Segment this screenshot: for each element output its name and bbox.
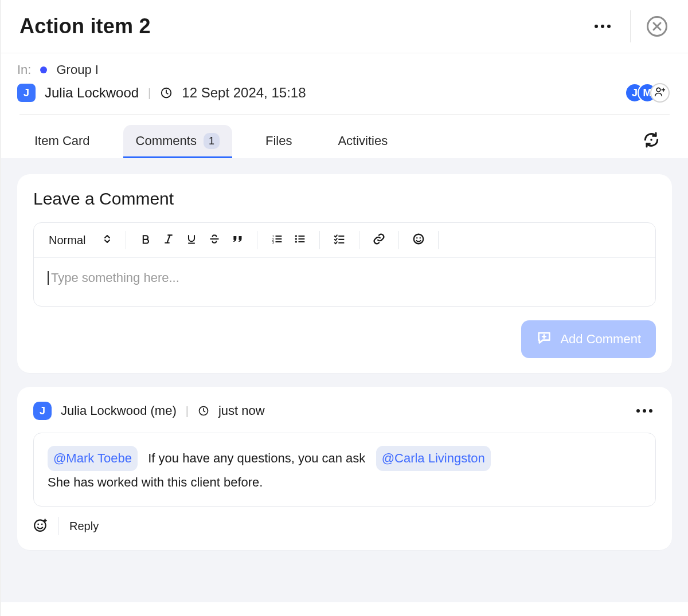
mention[interactable]: @Mark Toebe <box>48 446 138 471</box>
comment-body: @Mark Toebe If you have any questions, y… <box>33 433 656 507</box>
bold-button[interactable] <box>136 231 155 249</box>
tabs: Item Card Comments 1 Files Activities <box>22 125 400 157</box>
meta-section: In: Group I J Julia Lockwood | 12 Sept 2… <box>1 53 688 106</box>
clock-icon <box>160 87 173 99</box>
comment-card: J Julia Lockwood (me) | just now <box>17 387 672 550</box>
close-button[interactable] <box>647 16 667 37</box>
format-select[interactable]: Normal <box>44 232 115 249</box>
toolbar-separator <box>319 231 320 249</box>
author-name: Julia Lockwood <box>45 85 139 101</box>
underline-button[interactable] <box>182 231 201 249</box>
meta-separator: | <box>186 405 189 418</box>
compose-card: Leave a Comment Normal <box>17 174 672 373</box>
page-title: Action item 2 <box>19 14 151 38</box>
group-name[interactable]: Group I <box>56 62 98 77</box>
toolbar-separator <box>359 231 359 249</box>
svg-line-7 <box>167 235 170 242</box>
created-timestamp: 12 Sept 2024, 15:18 <box>182 85 306 101</box>
smiley-plus-icon <box>33 517 48 535</box>
compose-actions: Add Comment <box>33 320 656 358</box>
svg-point-27 <box>420 237 421 238</box>
tab-comments[interactable]: Comments 1 <box>123 125 232 157</box>
svg-point-30 <box>37 523 39 525</box>
comment-actions: Reply <box>33 517 656 535</box>
italic-button[interactable] <box>159 231 178 249</box>
tab-label: Item Card <box>34 134 90 148</box>
tab-files[interactable]: Files <box>253 125 304 156</box>
add-assignee-button[interactable] <box>650 83 670 103</box>
toolbar-separator <box>398 231 399 249</box>
in-label: In: <box>17 62 31 77</box>
tabs-row: Item Card Comments 1 Files Activities <box>1 115 688 157</box>
more-menu-button[interactable] <box>591 21 614 32</box>
divider <box>630 10 631 42</box>
divider <box>58 517 59 535</box>
comment-author-avatar[interactable]: J <box>33 402 52 420</box>
refresh-icon <box>642 131 660 151</box>
link-button[interactable] <box>370 231 388 249</box>
svg-point-26 <box>417 237 418 238</box>
add-comment-button[interactable]: Add Comment <box>521 320 656 358</box>
svg-point-29 <box>34 520 45 531</box>
close-icon <box>652 21 662 32</box>
comments-count-badge: 1 <box>204 133 220 149</box>
compose-title: Leave a Comment <box>33 189 656 209</box>
comment-meta: J Julia Lockwood (me) | just now <box>33 402 265 420</box>
react-button[interactable] <box>33 517 48 535</box>
refresh-button[interactable] <box>640 130 663 152</box>
clock-icon <box>198 405 209 417</box>
header: Action item 2 <box>1 0 688 53</box>
ordered-list-button[interactable]: 123 <box>268 231 286 249</box>
tab-item-card[interactable]: Item Card <box>22 125 103 156</box>
comment-text-segment: If you have any questions, you can ask <box>148 451 365 465</box>
header-actions <box>591 10 667 42</box>
meta-row2: J Julia Lockwood | 12 Sept 2024, 15:18 J… <box>17 83 670 103</box>
breadcrumb: In: Group I <box>17 62 670 77</box>
comment-more-button[interactable] <box>633 406 656 416</box>
checklist-icon <box>334 233 345 248</box>
reply-button[interactable]: Reply <box>69 520 99 533</box>
svg-point-25 <box>414 234 424 244</box>
unordered-list-button[interactable] <box>291 231 309 249</box>
unordered-list-icon <box>294 233 306 248</box>
svg-point-18 <box>295 241 297 242</box>
comment-text-segment: She has worked with this client before. <box>48 471 642 494</box>
tab-label: Comments <box>136 134 197 148</box>
author-block: J Julia Lockwood | 12 Sept 2024, 15:18 <box>17 84 306 102</box>
emoji-button[interactable] <box>409 231 428 249</box>
person-plus-icon <box>654 86 666 100</box>
comment-placeholder: Type something here... <box>48 271 179 285</box>
rich-text-editor: Normal <box>33 222 656 307</box>
bold-icon <box>140 233 151 248</box>
quote-icon <box>232 233 243 248</box>
format-select-label: Normal <box>49 234 85 247</box>
ordered-list-icon: 123 <box>271 233 283 248</box>
reply-label: Reply <box>69 520 99 533</box>
tab-label: Files <box>265 134 292 148</box>
checklist-button[interactable] <box>330 231 349 249</box>
quote-button[interactable] <box>228 231 247 249</box>
comment-header: J Julia Lockwood (me) | just now <box>33 402 656 420</box>
tab-activities[interactable]: Activities <box>325 125 400 156</box>
chevron-updown-icon <box>104 234 111 247</box>
mention[interactable]: @Carla Livingston <box>376 446 491 471</box>
italic-icon <box>163 233 174 248</box>
svg-point-16 <box>295 235 297 237</box>
tab-label: Activities <box>338 134 388 148</box>
panel-root: Action item 2 In: Group I <box>0 0 688 616</box>
toolbar-separator <box>126 231 126 249</box>
body-area: Leave a Comment Normal <box>1 158 688 602</box>
strikethrough-button[interactable] <box>205 231 224 249</box>
comment-timestamp: just now <box>218 403 265 418</box>
link-icon <box>373 233 385 248</box>
strikethrough-icon <box>209 233 220 248</box>
assignees: J M <box>625 83 670 103</box>
editor-toolbar: Normal <box>34 223 655 258</box>
svg-text:3: 3 <box>272 241 274 244</box>
author-avatar[interactable]: J <box>17 84 36 102</box>
toolbar-separator <box>438 231 439 249</box>
comment-author-name: Julia Lockwood (me) <box>61 403 177 418</box>
emoji-icon <box>412 233 425 248</box>
comment-input[interactable]: Type something here... <box>34 258 655 306</box>
comment-plus-icon <box>536 329 552 349</box>
